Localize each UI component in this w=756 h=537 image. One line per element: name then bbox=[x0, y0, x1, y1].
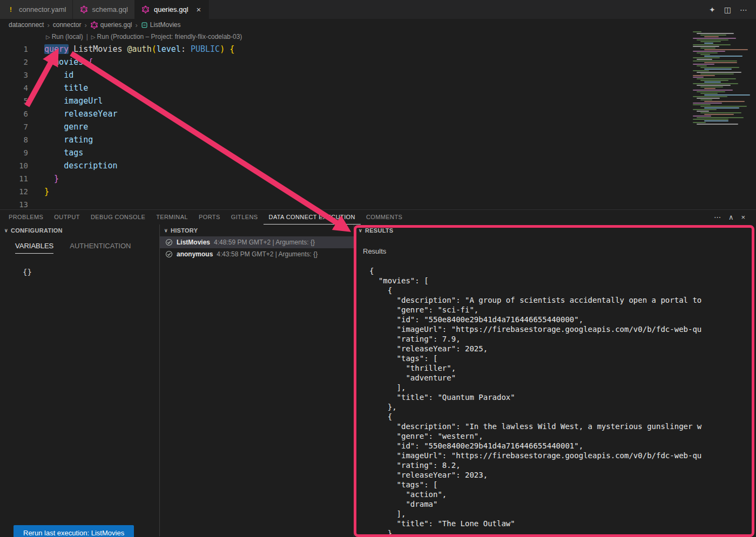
chevron-down-icon: ∨ bbox=[164, 228, 168, 233]
panel-tab-data-connect-execution[interactable]: DATA CONNECT EXECUTION bbox=[264, 210, 361, 225]
copilot-icon[interactable]: ✦ bbox=[709, 5, 716, 14]
minimap-line bbox=[704, 36, 719, 37]
breadcrumb-label: connector bbox=[53, 21, 82, 29]
panel-body: ∨ CONFIGURATION VARIABLESAUTHENTICATION … bbox=[0, 225, 756, 536]
code-token: genre bbox=[64, 122, 88, 132]
panel-actions: ⋯ ∧ × bbox=[714, 210, 753, 225]
bottom-panel: PROBLEMSOUTPUTDEBUG CONSOLETERMINALPORTS… bbox=[0, 209, 756, 537]
code-token: description bbox=[64, 161, 117, 171]
rerun-button[interactable]: Rerun last execution: ListMovies bbox=[14, 525, 134, 537]
chevron-down-icon: ∨ bbox=[4, 228, 8, 233]
editor-tab-connector-yaml[interactable]: !connector.yaml bbox=[0, 0, 73, 19]
line-number: 1 bbox=[0, 43, 28, 56]
panel-tab-output[interactable]: OUTPUT bbox=[49, 210, 85, 225]
minimap-line bbox=[693, 44, 731, 45]
code-line[interactable]: id bbox=[44, 69, 691, 81]
minimap-line bbox=[697, 124, 738, 125]
panel-tab-ports[interactable]: PORTS bbox=[193, 210, 226, 225]
minimap-line bbox=[693, 38, 736, 39]
code-token: ListMovies bbox=[73, 44, 122, 54]
panel-close-icon[interactable]: × bbox=[741, 213, 745, 221]
results-header[interactable]: ∨ RESULTS bbox=[354, 225, 756, 236]
graphql-icon bbox=[141, 5, 150, 13]
code-token: } bbox=[54, 174, 59, 183]
code-line[interactable] bbox=[44, 198, 691, 209]
panel-tab-problems[interactable]: PROBLEMS bbox=[3, 210, 49, 225]
code-line[interactable]: description bbox=[44, 159, 691, 172]
results-section[interactable]: ∨ RESULTS Results { "movies": [ { "descr… bbox=[354, 225, 756, 536]
config-tab-variables[interactable]: VARIABLES bbox=[15, 242, 53, 254]
history-name: ListMovies bbox=[177, 239, 210, 246]
more-actions-icon[interactable]: ⋯ bbox=[740, 5, 747, 14]
results-line: "title": "Quantum Paradox" bbox=[369, 392, 756, 402]
panel-maximize-icon[interactable]: ∧ bbox=[728, 213, 734, 221]
minimap[interactable] bbox=[693, 31, 755, 161]
code-line[interactable]: rating bbox=[44, 133, 691, 146]
play-icon: ▷ bbox=[91, 34, 96, 40]
history-meta: 4:48:59 PM GMT+2 | Arguments: {} bbox=[214, 239, 315, 246]
minimap-line bbox=[704, 56, 742, 57]
run-production-link[interactable]: ▷ Run (Production – Project: friendly-fl… bbox=[91, 33, 242, 40]
history-item-listmovies[interactable]: ListMovies4:48:59 PM GMT+2 | Arguments: … bbox=[160, 236, 354, 248]
code-line[interactable]: query ListMovies @auth(level: PUBLIC) { bbox=[44, 43, 691, 56]
minimap-line bbox=[693, 46, 719, 47]
code-editor[interactable]: 12345678910111213 ▷ Run (local) | ▷ Run … bbox=[0, 31, 756, 209]
panel-tab-comments[interactable]: COMMENTS bbox=[361, 210, 408, 225]
results-line: "drama" bbox=[369, 499, 756, 509]
code-token bbox=[69, 44, 73, 54]
breadcrumb-label: ListMovies bbox=[150, 21, 181, 29]
breadcrumb-item-listmovies[interactable]: ListMovies bbox=[141, 21, 181, 29]
code-line[interactable]: } bbox=[44, 185, 691, 198]
code-line[interactable]: } bbox=[44, 172, 691, 185]
panel-tab-bar: PROBLEMSOUTPUTDEBUG CONSOLETERMINALPORTS… bbox=[0, 210, 756, 225]
history-header[interactable]: ∨ HISTORY bbox=[160, 225, 354, 236]
run-local-link[interactable]: ▷ Run (local) bbox=[46, 33, 83, 40]
breadcrumb: dataconnect›connector›queries.gql›ListMo… bbox=[0, 19, 756, 31]
history-title: HISTORY bbox=[171, 227, 198, 234]
breadcrumb-item-dataconnect[interactable]: dataconnect bbox=[9, 21, 44, 29]
panel-tab-terminal[interactable]: TERMINAL bbox=[151, 210, 193, 225]
code-token: } bbox=[44, 187, 49, 196]
panel-more-icon[interactable]: ⋯ bbox=[714, 213, 721, 221]
minimap-line bbox=[693, 103, 722, 104]
configuration-header[interactable]: ∨ CONFIGURATION bbox=[0, 225, 159, 236]
code-line[interactable]: genre bbox=[44, 120, 691, 133]
check-circle-icon bbox=[165, 239, 173, 246]
line-number: 5 bbox=[0, 94, 28, 107]
line-number: 9 bbox=[0, 146, 28, 159]
editor-gutter: 12345678910111213 bbox=[0, 43, 28, 209]
code-line[interactable]: releaseYear bbox=[44, 107, 691, 120]
code-line[interactable]: movies { bbox=[44, 56, 691, 69]
history-item-anonymous[interactable]: anonymous4:43:58 PM GMT+2 | Arguments: {… bbox=[160, 248, 354, 260]
breadcrumb-separator-icon: › bbox=[136, 21, 138, 29]
panel-tab-debug-console[interactable]: DEBUG CONSOLE bbox=[85, 210, 151, 225]
minimap-line bbox=[700, 35, 726, 36]
code-token: tags bbox=[64, 148, 83, 158]
code-line[interactable]: imageUrl bbox=[44, 94, 691, 107]
editor-tab-schema-gql[interactable]: schema.gql bbox=[73, 0, 134, 19]
check-circle-icon bbox=[165, 250, 173, 258]
minimap-line bbox=[693, 75, 715, 76]
panel-tab-gitlens[interactable]: GITLENS bbox=[226, 210, 264, 225]
results-line: "rating": 7.9, bbox=[369, 334, 756, 344]
code-line[interactable]: title bbox=[44, 81, 691, 94]
split-editor-icon[interactable]: ◫ bbox=[724, 5, 731, 14]
close-tab-icon[interactable]: × bbox=[195, 5, 202, 13]
configuration-title: CONFIGURATION bbox=[11, 227, 63, 234]
minimap-line bbox=[697, 33, 734, 34]
editor-tab-queries-gql[interactable]: queries.gql× bbox=[135, 0, 209, 19]
breadcrumb-item-queries-gql[interactable]: queries.gql bbox=[90, 21, 132, 29]
code-line[interactable]: tags bbox=[44, 146, 691, 159]
line-number: 11 bbox=[0, 172, 28, 185]
configuration-section: ∨ CONFIGURATION VARIABLESAUTHENTICATION … bbox=[0, 225, 160, 536]
line-number: 4 bbox=[0, 81, 28, 94]
minimap-line bbox=[704, 101, 745, 102]
results-line: ], bbox=[369, 383, 756, 392]
panel-tab-list: PROBLEMSOUTPUTDEBUG CONSOLETERMINALPORTS… bbox=[3, 210, 408, 225]
results-line: "title": "The Lone Outlaw" bbox=[369, 519, 756, 528]
history-list: ListMovies4:48:59 PM GMT+2 | Arguments: … bbox=[160, 236, 354, 260]
config-tab-authentication[interactable]: AUTHENTICATION bbox=[70, 242, 131, 254]
breadcrumb-item-connector[interactable]: connector bbox=[53, 21, 82, 29]
minimap-line bbox=[693, 115, 711, 117]
code-token: : bbox=[181, 44, 191, 54]
